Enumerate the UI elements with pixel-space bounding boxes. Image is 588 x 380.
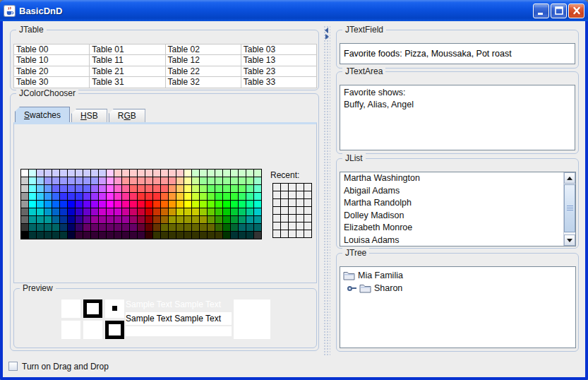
jtextarea-input[interactable]: Favorite shows: Buffy, Alias, Angel	[340, 85, 575, 150]
color-swatch[interactable]	[107, 185, 114, 192]
table-cell[interactable]: Table 33	[241, 77, 316, 87]
color-swatch[interactable]	[76, 208, 83, 215]
color-swatch[interactable]	[21, 177, 28, 184]
color-swatch[interactable]	[99, 232, 106, 239]
maximize-button[interactable]	[551, 4, 567, 18]
table-cell[interactable]: Table 20	[14, 66, 89, 76]
color-swatch[interactable]	[254, 170, 261, 177]
recent-swatch[interactable]	[289, 199, 296, 206]
color-swatch[interactable]	[29, 177, 36, 184]
dnd-checkbox-label[interactable]: Turn on Drag and Drop	[22, 362, 109, 372]
color-swatch[interactable]	[107, 177, 114, 184]
color-swatch[interactable]	[60, 177, 67, 184]
color-swatch[interactable]	[215, 170, 222, 177]
table-cell[interactable]: Table 23	[241, 66, 316, 76]
color-swatch[interactable]	[176, 170, 184, 177]
color-swatch[interactable]	[184, 224, 191, 231]
recent-swatch[interactable]	[296, 230, 304, 237]
titlebar[interactable]: BasicDnD	[0, 0, 588, 21]
color-swatch[interactable]	[161, 177, 168, 184]
vertical-scrollbar[interactable]	[563, 172, 575, 246]
color-swatch[interactable]	[114, 224, 121, 231]
color-swatch[interactable]	[215, 216, 222, 223]
color-swatch[interactable]	[192, 232, 199, 239]
table-cell[interactable]: Table 22	[166, 66, 241, 76]
color-swatch[interactable]	[68, 232, 75, 239]
color-swatch[interactable]	[246, 232, 253, 239]
color-swatch[interactable]	[254, 216, 261, 223]
color-swatch[interactable]	[208, 224, 215, 231]
color-swatch[interactable]	[21, 185, 28, 192]
color-swatch[interactable]	[91, 201, 98, 208]
recent-swatch[interactable]	[281, 222, 288, 230]
color-swatch[interactable]	[239, 216, 246, 223]
color-swatch[interactable]	[215, 185, 222, 192]
list-item[interactable]: Dolley Madison	[340, 210, 575, 222]
color-swatch[interactable]	[44, 201, 52, 208]
color-swatch[interactable]	[130, 185, 137, 192]
table-cell[interactable]: Table 31	[90, 77, 164, 87]
color-swatch[interactable]	[130, 177, 137, 184]
color-swatch[interactable]	[208, 185, 215, 192]
table-cell[interactable]: Table 12	[166, 55, 241, 65]
color-swatch[interactable]	[122, 185, 129, 192]
color-swatch[interactable]	[176, 216, 184, 223]
recent-swatch[interactable]	[304, 215, 311, 222]
color-swatch[interactable]	[122, 232, 129, 239]
recent-swatch[interactable]	[289, 215, 296, 222]
color-swatch[interactable]	[200, 232, 207, 239]
color-swatch[interactable]	[44, 193, 52, 200]
color-swatch[interactable]	[60, 216, 67, 223]
color-swatch[interactable]	[161, 170, 168, 177]
color-swatch[interactable]	[231, 201, 238, 208]
color-swatch[interactable]	[246, 170, 253, 177]
color-swatch[interactable]	[153, 177, 160, 184]
color-swatch[interactable]	[192, 216, 199, 223]
color-swatch[interactable]	[254, 177, 261, 184]
color-swatch[interactable]	[68, 201, 75, 208]
color-swatch[interactable]	[231, 193, 238, 200]
color-swatch[interactable]	[44, 232, 52, 239]
color-swatch[interactable]	[122, 216, 129, 223]
color-swatch[interactable]	[239, 193, 246, 200]
color-swatch[interactable]	[231, 232, 238, 239]
recent-swatch[interactable]	[296, 191, 304, 198]
color-swatch[interactable]	[76, 185, 83, 192]
color-swatch[interactable]	[138, 208, 145, 215]
color-swatch[interactable]	[114, 201, 121, 208]
recent-swatch[interactable]	[304, 222, 311, 230]
color-swatch[interactable]	[107, 224, 114, 231]
color-swatch[interactable]	[52, 193, 59, 200]
recent-swatch[interactable]	[289, 207, 296, 214]
color-swatch[interactable]	[153, 201, 160, 208]
color-swatch[interactable]	[192, 177, 199, 184]
recent-swatch[interactable]	[273, 222, 280, 230]
color-swatch[interactable]	[254, 224, 261, 231]
color-swatch[interactable]	[239, 170, 246, 177]
color-swatch[interactable]	[215, 224, 222, 231]
color-swatch[interactable]	[76, 232, 83, 239]
recent-swatch[interactable]	[304, 199, 311, 206]
list-item[interactable]: Abigail Adams	[340, 185, 575, 198]
color-swatch[interactable]	[138, 201, 145, 208]
color-swatch[interactable]	[145, 177, 152, 184]
table-cell[interactable]: Table 30	[14, 77, 89, 87]
color-swatch[interactable]	[107, 208, 114, 215]
color-swatch[interactable]	[239, 208, 246, 215]
color-swatch[interactable]	[176, 193, 184, 200]
table-cell[interactable]: Table 32	[166, 77, 241, 87]
color-swatch[interactable]	[83, 232, 90, 239]
color-swatch[interactable]	[145, 170, 152, 177]
color-swatch[interactable]	[122, 170, 129, 177]
color-swatch[interactable]	[161, 193, 168, 200]
color-swatch[interactable]	[200, 185, 207, 192]
color-swatch[interactable]	[208, 232, 215, 239]
color-swatch[interactable]	[122, 201, 129, 208]
recent-swatch[interactable]	[281, 191, 288, 198]
color-swatch[interactable]	[52, 208, 59, 215]
color-swatch[interactable]	[208, 177, 215, 184]
color-swatch[interactable]	[107, 193, 114, 200]
color-swatch[interactable]	[83, 224, 90, 231]
color-swatch[interactable]	[44, 216, 52, 223]
color-swatch[interactable]	[29, 216, 36, 223]
